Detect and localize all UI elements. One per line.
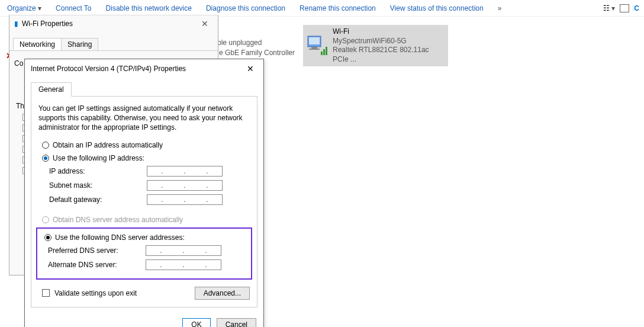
radio-static-ip[interactable] [42, 155, 49, 162]
gateway-label: Default gateway: [49, 195, 141, 204]
ip-address-label: IP address: [49, 167, 141, 175]
toolbar-more[interactable]: » [495, 3, 504, 14]
radio-auto-ip-label: Obtain an IP address automatically [53, 141, 163, 149]
wifi-dialog-close[interactable]: ✕ [197, 19, 213, 28]
help-icon[interactable]: C [634, 4, 639, 12]
radio-auto-dns-label: Obtain DNS server address automatically [53, 216, 183, 224]
subnet-input[interactable]: ... [147, 180, 223, 191]
wifi-dialog-title: Wi-Fi Properties [22, 20, 73, 28]
explorer-toolbar: Organize ▾ Connect To Disable this netwo… [0, 0, 644, 17]
toolbar-rename[interactable]: Rename this connection [297, 3, 378, 14]
ip-address-input[interactable]: ... [147, 166, 223, 177]
ipv4-dialog-close[interactable]: ✕ [243, 64, 257, 73]
ipv4-description: You can get IP settings assigned automat… [38, 104, 250, 133]
svg-rect-1 [309, 37, 320, 44]
validate-label: Validate settings upon exit [54, 289, 137, 297]
network-partial-adapter: e GbE Family Controller [219, 49, 295, 57]
ipv4-tab-general[interactable]: General [31, 82, 72, 97]
svg-rect-3 [309, 49, 320, 50]
alternate-dns-input[interactable]: ... [146, 259, 221, 270]
svg-rect-5 [323, 49, 325, 55]
toolbar-disable-device[interactable]: Disable this network device [104, 3, 194, 14]
alternate-dns-label: Alternate DNS server: [48, 261, 140, 269]
radio-static-ip-label: Use the following IP address: [53, 154, 144, 162]
view-preview-icon[interactable] [620, 4, 629, 12]
dns-highlight-box: Use the following DNS server addresses: … [36, 227, 252, 280]
network-name: Wi-Fi [333, 27, 446, 37]
toolbar-connect-to[interactable]: Connect To [53, 3, 94, 14]
toolbar-right: ☷ ▾ C [603, 4, 639, 12]
radio-static-dns-label: Use the following DNS server addresses: [55, 233, 185, 242]
ipv4-dialog-title: Internet Protocol Version 4 (TCP/IPv4) P… [31, 65, 186, 73]
ipv4-properties-dialog: Internet Protocol Version 4 (TCP/IPv4) P… [24, 59, 264, 327]
wifi-adapter-icon [305, 34, 329, 57]
radio-auto-dns [42, 216, 49, 223]
validate-checkbox[interactable] [42, 289, 50, 297]
toolbar-view-status[interactable]: View status of this connection [388, 3, 486, 14]
wifi-body-fragment-co: Co [14, 59, 23, 68]
subnet-label: Subnet mask: [49, 181, 141, 190]
advanced-button[interactable]: Advanced... [195, 287, 250, 300]
network-adapter: Realtek RTL8821CE 802.11ac PCIe ... [333, 46, 446, 64]
radio-auto-ip[interactable] [42, 142, 49, 149]
wifi-tab-networking[interactable]: Networking [13, 38, 62, 50]
radio-static-dns[interactable] [44, 234, 51, 241]
wifi-tab-sharing[interactable]: Sharing [61, 38, 98, 50]
svg-rect-2 [311, 47, 317, 49]
toolbar-diagnose[interactable]: Diagnose this connection [204, 3, 288, 14]
network-partial-status: ble unplugged [217, 39, 262, 47]
svg-rect-4 [321, 52, 323, 55]
cancel-button[interactable]: Cancel [217, 318, 256, 327]
gateway-input[interactable]: ... [147, 194, 223, 205]
wifi-dialog-icon: ▮ [14, 20, 18, 28]
network-ssid: MySpectrumWiFi60-5G [333, 37, 446, 46]
preferred-dns-input[interactable]: ... [146, 245, 221, 256]
network-item-wifi[interactable]: Wi-Fi MySpectrumWiFi60-5G Realtek RTL882… [303, 25, 448, 66]
ok-button[interactable]: OK [182, 318, 210, 327]
toolbar-organize[interactable]: Organize ▾ [5, 3, 44, 14]
wifi-body-fragment-th: Th [16, 102, 24, 110]
svg-rect-6 [326, 47, 327, 55]
view-details-icon[interactable]: ☷ ▾ [603, 4, 615, 12]
preferred-dns-label: Preferred DNS server: [48, 246, 140, 255]
